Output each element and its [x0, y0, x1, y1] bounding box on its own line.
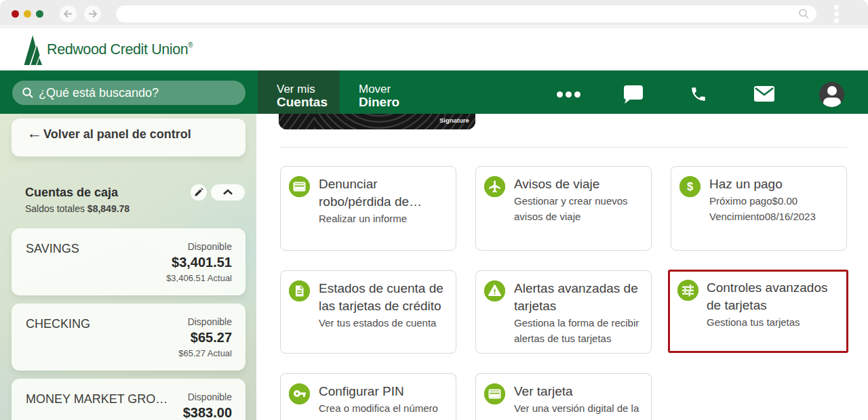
svg-text:$: $ — [687, 180, 693, 192]
svg-text:Signature: Signature — [439, 117, 469, 124]
